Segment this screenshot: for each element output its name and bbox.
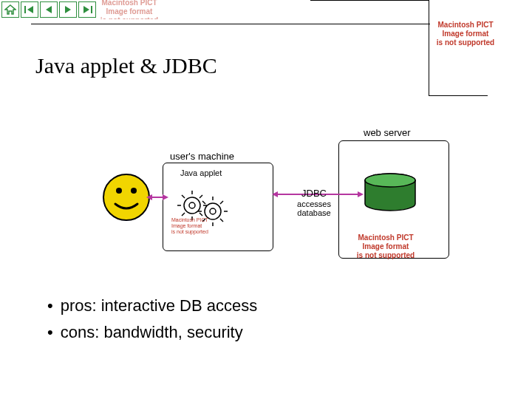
svg-line-27 (220, 201, 223, 204)
bullet-dot-icon: • (47, 293, 53, 319)
bullet-pros-text: pros: interactive DB access (61, 293, 258, 319)
top-rule-right (310, 0, 429, 1)
pict-unsupported-tiny: Macintosh PICT Image format is not suppo… (171, 217, 208, 235)
top-rule (31, 24, 430, 24)
svg-marker-0 (5, 5, 16, 14)
database-label: database (288, 208, 340, 217)
svg-point-10 (184, 197, 200, 214)
bullet-cons-text: cons: bandwidth, security (61, 319, 243, 346)
bullet-cons: • cons: bandwidth, security (47, 319, 257, 346)
svg-line-16 (182, 195, 185, 198)
slide-title: Java applet & JDBC (35, 53, 217, 78)
first-icon (24, 4, 35, 15)
user-applet-arrow (146, 192, 168, 202)
next-button[interactable] (59, 1, 77, 18)
slide-border-fragment (429, 0, 488, 96)
jdbc-label: JDBC (288, 188, 340, 199)
svg-point-8 (116, 188, 122, 194)
last-button[interactable] (78, 1, 96, 18)
next-icon (62, 4, 74, 15)
prev-icon (43, 4, 55, 15)
home-icon (4, 4, 16, 15)
web-server-label: web server (364, 127, 411, 138)
svg-point-21 (210, 208, 216, 214)
svg-line-26 (202, 201, 205, 204)
svg-marker-4 (65, 6, 71, 13)
svg-marker-2 (27, 6, 33, 13)
first-button[interactable] (21, 1, 38, 18)
svg-marker-34 (163, 194, 168, 200)
architecture-diagram: web server user's machine Java applet (0, 115, 532, 270)
svg-line-18 (182, 213, 185, 216)
svg-line-29 (220, 219, 223, 222)
pict-unsupported-msg: Macintosh PICT Image format is not suppo… (421, 21, 510, 47)
svg-line-17 (200, 195, 202, 198)
pict-unsupported-msg: Macintosh PICT Image format is not suppo… (341, 233, 430, 260)
nav-toolbar (1, 1, 96, 18)
accesses-label: accesses (288, 200, 340, 208)
svg-marker-3 (46, 6, 52, 13)
svg-point-7 (103, 174, 149, 220)
svg-rect-1 (24, 6, 26, 13)
user-smiley-icon (102, 173, 151, 222)
svg-marker-36 (272, 191, 278, 197)
svg-point-31 (365, 174, 415, 187)
svg-marker-5 (83, 6, 89, 13)
java-applet-label: Java applet (180, 168, 222, 177)
svg-rect-6 (91, 6, 92, 13)
home-button[interactable] (1, 1, 19, 18)
database-icon (361, 173, 420, 211)
pict-unsupported-msg: Macintosh PICT Image format is not suppo… (100, 0, 159, 19)
last-icon (81, 4, 93, 15)
svg-line-19 (200, 213, 202, 216)
svg-point-11 (189, 202, 195, 208)
bullet-dot-icon: • (47, 319, 53, 346)
user-machine-label: user's machine (170, 151, 234, 162)
svg-marker-33 (146, 194, 152, 200)
prev-button[interactable] (40, 1, 58, 18)
bullet-pros: • pros: interactive DB access (47, 293, 257, 319)
svg-point-9 (131, 188, 137, 194)
svg-marker-37 (358, 191, 364, 197)
bullet-list: • pros: interactive DB access • cons: ba… (47, 293, 257, 346)
